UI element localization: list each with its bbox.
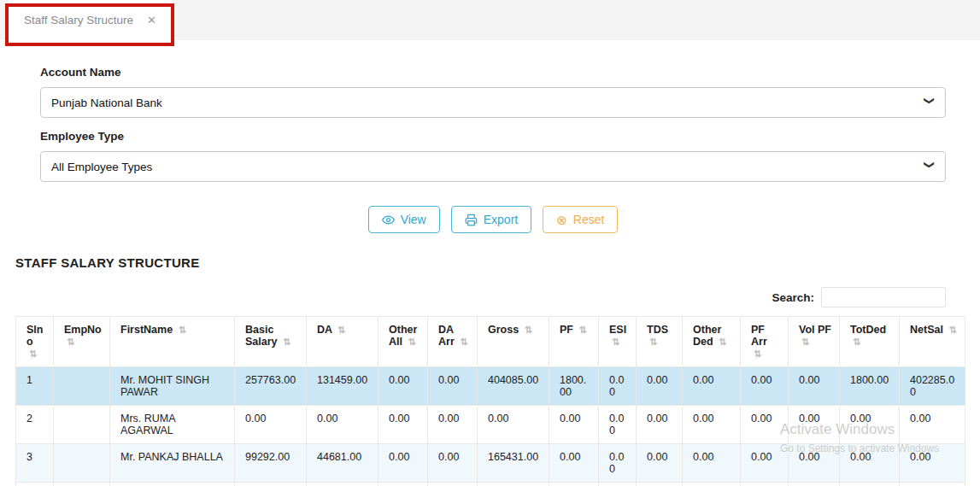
table-cell: 0.00: [741, 367, 789, 406]
table-cell: 0.00: [683, 406, 741, 444]
table-cell: 40155.00: [235, 483, 307, 486]
column-header[interactable]: Vol PF ⇅: [789, 317, 840, 367]
table-cell: 1800.00: [549, 483, 599, 486]
column-header[interactable]: Slno ⇅: [16, 317, 54, 367]
column-header[interactable]: TotDed ⇅: [840, 317, 900, 367]
column-header[interactable]: PF ⇅: [549, 317, 599, 367]
search-input[interactable]: [821, 287, 946, 307]
export-button-label: Export: [484, 213, 518, 226]
column-header-label: FirstName: [120, 324, 173, 336]
table-cell: [54, 444, 110, 483]
table-cell: 0.00: [599, 483, 637, 486]
eye-icon: [382, 214, 395, 226]
table-cell: Mrs. RUMA AGARWAL: [110, 406, 235, 444]
table-cell: 0.00: [428, 444, 478, 483]
table-cell: 10829804.00: [478, 483, 549, 486]
export-button[interactable]: Export: [451, 206, 531, 233]
table-cell: 0.00: [379, 367, 428, 406]
table-row[interactable]: 3Mr. PANKAJ BHALLA99292.0044681.000.000.…: [16, 444, 965, 483]
table-row[interactable]: 2Mrs. RUMA AGARWAL0.000.000.000.000.000.…: [16, 406, 965, 444]
column-header[interactable]: Basic Salary ⇅: [235, 317, 307, 367]
column-header[interactable]: ESI ⇅: [599, 317, 637, 367]
table-cell: 0.00: [235, 406, 307, 444]
table-row[interactable]: 1Mr. MOHIT SINGH PAWAR257763.00131459.00…: [16, 367, 965, 406]
table-cell: 0.00: [637, 367, 683, 406]
column-header[interactable]: Other All ⇅: [379, 317, 428, 367]
column-header[interactable]: DA Arr ⇅: [428, 317, 478, 367]
employee-type-select-wrap: All Employee Types ❯: [40, 151, 946, 182]
table-cell: 1800.00: [840, 367, 900, 406]
account-name-select[interactable]: Punjab National Bank: [40, 87, 946, 118]
salary-table-wrap: Slno ⇅EmpNo ⇅FirstName ⇅Basic Salary ⇅DA…: [15, 316, 965, 486]
table-cell: 0.00: [900, 406, 965, 444]
table-cell: 0.00: [900, 444, 965, 483]
column-header-label: NetSal: [910, 324, 943, 336]
table-cell: 99292.00: [235, 444, 307, 483]
table-cell: 0.00: [379, 483, 428, 486]
circle-x-icon: ⊗: [556, 214, 567, 226]
table-cell: 0.00: [741, 483, 789, 486]
column-header[interactable]: DA ⇅: [307, 317, 379, 367]
view-button[interactable]: View: [368, 206, 440, 233]
table-cell: 131459.00: [307, 367, 379, 406]
search-row: Search:: [0, 287, 946, 307]
column-header-label: TotDed: [850, 324, 886, 336]
account-name-label: Account Name: [40, 66, 946, 79]
column-header-label: Other Ded: [693, 324, 721, 348]
sort-icon: ⇅: [408, 337, 415, 347]
table-cell: 0.00: [637, 406, 683, 444]
tab-close-icon[interactable]: ✕: [147, 14, 156, 26]
table-cell: 0.00: [741, 444, 789, 483]
sort-icon: ⇅: [578, 325, 586, 335]
tab-title: Staff Salary Structure: [24, 14, 133, 26]
table-cell: 404085.00: [478, 367, 549, 406]
sort-icon: ⇅: [525, 325, 532, 335]
table-cell: 3: [16, 444, 54, 483]
sort-icon: ⇅: [179, 325, 186, 335]
sort-icon: ⇅: [460, 337, 467, 347]
column-header[interactable]: NetSal ⇅: [900, 317, 965, 367]
table-cell: Mr. MOHIT SINGH PAWAR: [110, 367, 235, 406]
column-header-label: EmpNo: [64, 324, 102, 336]
table-cell: [54, 367, 110, 406]
table-cell: 0.00: [789, 406, 840, 444]
column-header[interactable]: Other Ded ⇅: [683, 317, 741, 367]
page-title: STAFF SALARY STRUCTURE: [15, 255, 980, 270]
table-cell: 0.00: [789, 444, 840, 483]
tab-staff-salary-structure[interactable]: Staff Salary Structure ✕: [9, 0, 172, 40]
column-header[interactable]: FirstName ⇅: [110, 317, 235, 367]
table-cell: 4000.00: [789, 483, 840, 486]
column-header[interactable]: EmpNo ⇅: [54, 317, 110, 367]
salary-table: Slno ⇅EmpNo ⇅FirstName ⇅Basic Salary ⇅DA…: [15, 316, 965, 486]
table-cell: 1800.00: [549, 367, 599, 406]
table-cell: 0.00: [683, 444, 741, 483]
employee-type-select[interactable]: All Employee Types: [40, 151, 946, 182]
table-cell: 0.00: [428, 367, 478, 406]
table-cell: 1: [16, 367, 54, 406]
column-header-label: Basic Salary: [245, 324, 278, 348]
table-cell: 0.00: [307, 406, 379, 444]
sort-icon: ⇅: [853, 337, 860, 347]
table-cell: 0.00: [549, 444, 599, 483]
table-cell: 0.00: [478, 406, 549, 444]
column-header[interactable]: Gross ⇅: [478, 317, 549, 367]
sort-icon: ⇅: [337, 325, 345, 335]
table-cell: 0.00: [683, 367, 741, 406]
column-header-label: ESI: [609, 324, 626, 336]
sort-icon: ⇅: [67, 337, 74, 347]
column-header-label: Gross: [488, 324, 519, 336]
column-header[interactable]: PF Arr ⇅: [741, 317, 789, 367]
reset-button-label: Reset: [573, 213, 605, 226]
table-cell: 2: [16, 406, 54, 444]
reset-button[interactable]: ⊗ Reset: [543, 206, 618, 233]
table-cell: 0.00: [549, 406, 599, 444]
table-cell: 0.00: [637, 444, 683, 483]
table-row[interactable]: 4Mr. ALOK PANT40155.0010749494.000.000.0…: [16, 483, 965, 486]
table-cell: [54, 483, 110, 486]
column-header-label: Vol PF: [799, 324, 831, 336]
column-header-label: Slno: [26, 324, 43, 348]
column-header[interactable]: TDS ⇅: [637, 317, 683, 367]
table-cell: 10824004.00: [900, 483, 965, 486]
printer-icon: [465, 214, 478, 226]
account-name-select-wrap: Punjab National Bank ❯: [40, 87, 946, 118]
